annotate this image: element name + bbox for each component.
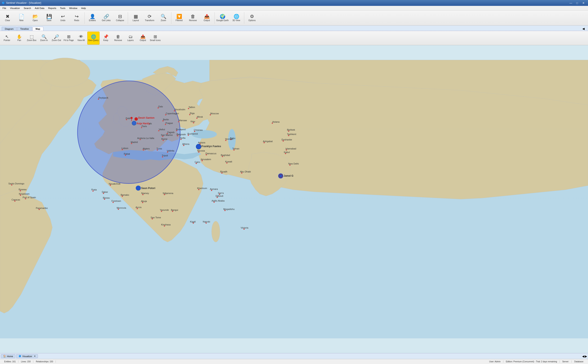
zoom-box-button[interactable]: ⬚ Zoom Box <box>26 32 38 45</box>
svg-text:Djibouti: Djibouti <box>216 195 223 197</box>
get-links-icon: 🔗 <box>104 14 109 19</box>
google-earth-label: Google Earth <box>216 19 229 22</box>
geo-query-button[interactable]: 🌐 Geo-Query <box>87 32 99 45</box>
open-icon: 📂 <box>33 14 38 19</box>
svg-text:Andorra La Valla: Andorra La Valla <box>137 137 154 139</box>
toolbar-separator-2 <box>128 12 128 24</box>
transform-button[interactable]: ⟳ Transform <box>143 11 156 25</box>
layers-button[interactable]: 🗂 Layers <box>125 32 137 45</box>
save-button[interactable]: 💾 Save <box>42 11 56 25</box>
options-button[interactable]: ⚙ Options <box>245 11 259 25</box>
save-icon: 💾 <box>46 14 52 19</box>
geo-query-label: Geo-Query <box>88 39 99 41</box>
view-all-button[interactable]: 👁 View All <box>75 32 87 45</box>
open-button[interactable]: 📂 Open <box>28 11 42 25</box>
remove-map-button[interactable]: 🗑 Remove <box>112 32 124 45</box>
svg-text:Tunis: Tunis <box>157 147 162 150</box>
zoom-box-icon: ⬚ <box>30 34 34 39</box>
menu-tools[interactable]: Tools <box>59 6 67 10</box>
remove-button[interactable]: 🗑 Remove <box>186 11 200 25</box>
svg-text:Budapest: Budapest <box>176 128 185 131</box>
bottom-right-controls: ◀ ▶ <box>582 355 587 358</box>
svg-text:Kigali: Kigali <box>190 221 196 223</box>
output-icon: 📤 <box>204 14 210 19</box>
svg-text:Bissau: Bissau <box>103 196 110 199</box>
svg-text:Nouakchott: Nouakchott <box>109 182 120 185</box>
tab-expand-button[interactable]: ◀ <box>581 26 586 31</box>
svg-text:Valletta: Valletta <box>167 150 174 152</box>
save-label: Save <box>47 19 52 22</box>
visualizer-tab[interactable]: 🔷 Visualizer ✕ <box>16 354 38 358</box>
close-button[interactable]: ✕ <box>581 1 586 5</box>
entities-button[interactable]: 👤 Entities <box>86 11 99 25</box>
collapse-icon: ⊟ <box>118 14 122 19</box>
svg-point-188 <box>131 117 132 119</box>
remove-map-icon: 🗑 <box>116 34 120 39</box>
svg-text:Praia: Praia <box>91 188 97 191</box>
svg-text:Athens: Athens <box>182 143 190 145</box>
pan-icon: ✋ <box>17 34 22 39</box>
home-tab[interactable]: 🏠 Home <box>1 354 15 358</box>
menu-search[interactable]: Search <box>22 6 33 10</box>
new-button[interactable]: 📄 New <box>15 11 28 25</box>
3d-view-button[interactable]: 🌐 3D View <box>230 11 243 25</box>
small-icons-button[interactable]: ⊞ Small Icons <box>149 32 161 45</box>
zoom-out-icon: 🔎 <box>54 34 59 39</box>
layout-button[interactable]: ▦ Layout <box>129 11 142 25</box>
svg-text:Sofia: Sofia <box>180 137 185 139</box>
clear-button[interactable]: ✖ Clear <box>1 11 14 25</box>
google-earth-button[interactable]: 🌍 Google Earth <box>216 11 229 25</box>
menu-reports[interactable]: Reports <box>46 6 58 10</box>
toolbar-separator-3 <box>171 12 171 24</box>
svg-text:Baghdad: Baghdad <box>221 154 230 156</box>
filtered-icon: 🔽 <box>176 14 182 19</box>
svg-text:Rabat: Rabat <box>124 153 130 155</box>
app-icon: 🔷 <box>2 1 5 4</box>
relationships-count: Relationships: 150 <box>33 360 56 363</box>
bottom-tab-bar: 🏠 Home 🔷 Visualizer ✕ ◀ ▶ <box>0 353 588 359</box>
remove-icon: 🗑 <box>191 14 195 19</box>
menu-add-data[interactable]: Add Data <box>33 6 46 10</box>
map-area[interactable]: Reykjavik Oslo Stockholm Tallinn Copenha… <box>0 45 588 353</box>
svg-text:Riyadh: Riyadh <box>220 170 227 173</box>
nav-left-icon[interactable]: ◀ <box>582 355 584 358</box>
zoom-button[interactable]: 🔍 Zoom <box>157 11 170 25</box>
pan-button[interactable]: ✋ Pan <box>13 32 25 45</box>
output-map-label: Output <box>140 39 146 41</box>
svg-text:Baku: Baku <box>230 137 235 139</box>
svg-text:Dakar: Dakar <box>102 191 108 193</box>
svg-text:Madrid: Madrid <box>131 141 138 143</box>
zoom-in-button[interactable]: 🔍 Zoom In <box>38 32 50 45</box>
toolbar-separator-4 <box>214 12 215 24</box>
keep-button[interactable]: 📌 Keep <box>100 32 112 45</box>
menu-visualizer[interactable]: Visualizer <box>8 6 22 10</box>
pointer-button[interactable]: ↖ Pointer <box>1 32 13 45</box>
zoom-in-label: Zoom In <box>40 39 48 41</box>
collapse-button[interactable]: ⊟ Collapse <box>113 11 127 25</box>
output-map-button[interactable]: 📤 Output <box>137 32 149 45</box>
tab-diagram[interactable]: Diagram <box>2 27 17 31</box>
toolbar-separator-1 <box>84 12 85 24</box>
get-links-button[interactable]: 🔗 Get Links <box>99 11 113 25</box>
filtered-button[interactable]: 🔽 Filtered <box>172 11 186 25</box>
output-button[interactable]: 📤 Output <box>200 11 213 25</box>
menu-help[interactable]: Help <box>79 6 87 10</box>
tab-map[interactable]: Map <box>33 27 43 31</box>
main-toolbar: ✖ Clear 📄 New 📂 Open 💾 Save ↩ Undo ↪ Red… <box>0 10 588 26</box>
tab-timeline[interactable]: Timeline <box>17 27 32 31</box>
lines-count: Lines: 150 <box>19 360 33 363</box>
visualizer-close[interactable]: ✕ <box>34 355 36 357</box>
svg-text:Oslo: Oslo <box>158 105 163 108</box>
svg-text:Belgrade: Belgrade <box>177 133 186 136</box>
undo-button[interactable]: ↩ Undo <box>56 11 70 25</box>
zoom-out-button[interactable]: 🔎 Zoom Out <box>50 32 62 45</box>
svg-text:Bishkek: Bishkek <box>287 129 295 131</box>
menu-window[interactable]: Window <box>67 6 79 10</box>
redo-button[interactable]: ↪ Redo <box>70 11 83 25</box>
fit-to-page-button[interactable]: ⊞ Fit to Page <box>63 32 75 45</box>
nav-right-icon[interactable]: ▶ <box>585 355 587 358</box>
minimize-button[interactable]: — <box>568 1 574 5</box>
menu-file[interactable]: File <box>1 6 8 10</box>
maximize-button[interactable]: □ <box>574 1 580 5</box>
options-icon: ⚙ <box>250 14 254 19</box>
